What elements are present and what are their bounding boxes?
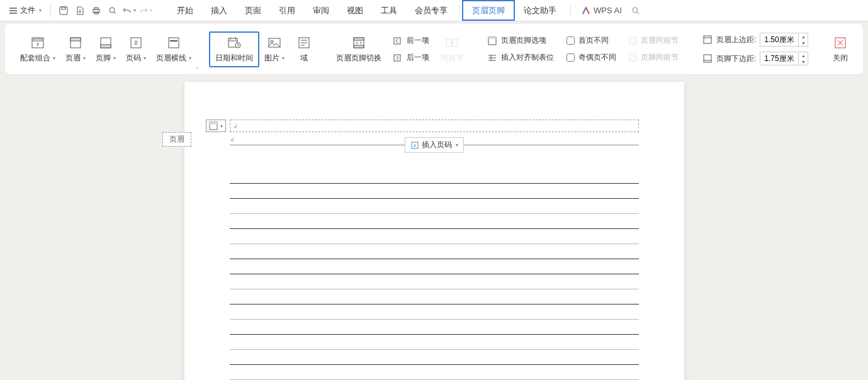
separator [459,6,459,16]
options-button[interactable]: 页眉页脚选项 [483,33,558,48]
header-button[interactable]: 页眉▾ [60,33,91,66]
svg-rect-40 [704,36,711,43]
switch-button[interactable]: 页眉页脚切换 [331,33,386,66]
prev-button[interactable]: 前一项 [389,33,433,48]
footer-button[interactable]: 页脚▾ [91,33,121,66]
tab-view[interactable]: 视图 [338,0,372,21]
caret-icon: ▾ [39,8,42,13]
pagenum-label: 页码 [126,53,141,64]
footer-same-input [629,53,637,62]
align-tab-button[interactable]: 插入对齐制表位 [483,50,558,65]
first-diff-checkbox[interactable]: 首页不同 [563,33,620,48]
datetime-label: 日期和时间 [215,53,253,64]
print-preview-button[interactable] [105,3,120,18]
header-input-box[interactable]: ↲ 页眉 # 插入页码 ▾ [230,120,639,132]
svg-rect-39 [488,37,496,39]
wps-ai-label: WPS AI [594,6,622,15]
header-line-button[interactable]: 页眉横线▾ [151,33,196,66]
text-line [230,183,639,198]
svg-rect-8 [33,39,42,41]
wps-ai-button[interactable]: WPS AI [581,6,622,16]
tab-page[interactable]: 页面 [236,0,270,21]
quick-access: 文件 ▾ ▾ ▾ [5,3,153,18]
save-button[interactable] [56,3,71,18]
up-icon[interactable]: ▲ [799,33,808,40]
pagenum-button[interactable]: # 页码▾ [121,33,151,66]
caret-icon: ▾ [133,8,136,13]
up-icon[interactable]: ▲ [799,52,808,59]
search-button[interactable] [628,3,643,18]
export-icon [75,6,85,16]
page-body [230,183,639,380]
next-icon [393,53,403,63]
text-line [230,349,639,364]
header-line-icon [166,35,181,50]
group-templates: # 配套组合▾ 页眉▾ 页脚▾ # 页码▾ 页眉横线▾ ⌐ [11,26,200,72]
footer-bottom-label: 页脚下边距: [716,53,756,64]
link-icon [444,35,459,50]
header-line-label: 页眉横线 [156,53,186,64]
undo-icon [122,6,132,16]
picture-button[interactable]: 图片▾ [259,33,290,66]
menu-bar: 文件 ▾ ▾ ▾ 开始 插入 页面 引用 审阅 视图 工具 会 [0,0,868,21]
align-tab-label: 插入对齐制表位 [501,52,554,63]
footer-icon [98,35,113,50]
odd-even-label: 奇偶页不同 [578,52,616,63]
combo-label: 配套组合 [20,53,50,64]
page[interactable]: ▾ ↲ 页眉 # 插入页码 ▾ ↲ [184,82,684,380]
combo-button[interactable]: # 配套组合▾ [15,33,60,66]
dialog-launcher[interactable]: ⌐ [196,65,199,70]
tab-insert[interactable]: 插入 [202,0,236,21]
next-label: 后一项 [407,52,429,63]
next-button[interactable]: 后一项 [389,50,433,65]
first-diff-input[interactable] [566,36,575,45]
down-icon[interactable]: ▼ [799,59,808,65]
undo-button[interactable]: ▾ [121,3,137,18]
pagenum-small-icon: # [410,141,419,150]
same-prev-label: 同前节 [441,53,463,64]
datetime-button[interactable]: 日期和时间 [209,31,259,67]
header-top-input[interactable] [760,35,798,44]
header-label: 页眉 [65,53,81,64]
prev-label: 前一项 [407,35,429,46]
footer-bottom-input[interactable] [760,54,798,63]
text-line [230,304,639,319]
tab-thesis[interactable]: 论文助手 [515,0,565,21]
insert-pagenum-button[interactable]: # 插入页码 ▾ [405,137,464,153]
tab-review[interactable]: 审阅 [304,0,338,21]
export-button[interactable] [72,3,87,18]
caret-icon: ▾ [150,8,152,13]
tab-tools[interactable]: 工具 [372,0,406,21]
tab-header-footer[interactable]: 页眉页脚 [462,0,515,21]
header-same-label: 页眉同前节 [641,35,679,46]
tab-member[interactable]: 会员专享 [406,0,456,21]
print-button[interactable] [89,3,104,18]
down-icon[interactable]: ▼ [799,40,808,46]
document-area: ▾ ↲ 页眉 # 插入页码 ▾ ↲ [0,75,868,380]
text-line [230,274,639,289]
ribbon: # 配套组合▾ 页眉▾ 页脚▾ # 页码▾ 页眉横线▾ ⌐ 日期和时间 图片▾ [5,24,863,74]
pagenum-icon: # [128,35,144,50]
odd-even-checkbox[interactable]: 奇偶页不同 [563,50,620,65]
tab-start[interactable]: 开始 [168,0,202,21]
field-button[interactable]: 域 [290,33,318,66]
redo-button[interactable]: ▾ [138,3,153,18]
header-marker[interactable]: ▾ [206,120,226,132]
svg-rect-3 [94,8,98,9]
close-label: 关闭 [833,53,848,64]
footer-bottom-spinner[interactable]: ▲▼ [760,52,808,65]
text-line [230,198,639,213]
header-edit-area[interactable]: ▾ ↲ 页眉 # 插入页码 ▾ ↲ [230,120,639,145]
odd-even-input[interactable] [566,53,575,62]
close-button[interactable]: 关闭 [826,33,855,66]
group-close: 关闭 [822,26,859,72]
save-icon [59,6,69,16]
print-icon [91,6,101,16]
header-top-spinner[interactable]: ▲▼ [760,33,808,47]
tab-reference[interactable]: 引用 [270,0,304,21]
file-menu[interactable]: 文件 ▾ [5,5,45,16]
same-prev-button[interactable]: 同前节 [436,33,468,66]
text-line [230,213,639,228]
svg-point-6 [633,8,638,13]
svg-text:#: # [134,40,138,47]
